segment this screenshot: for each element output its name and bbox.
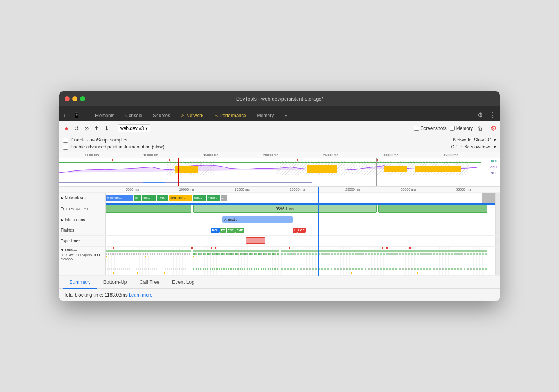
tab-elements[interactable]: Elements <box>90 111 120 121</box>
network-track[interactable]: ▶ Network ve... ff-persist... lo... coll… <box>59 193 500 203</box>
frame-block-3 <box>378 205 487 213</box>
download-button[interactable]: ⬇ <box>102 124 111 133</box>
timeline-cursor <box>178 158 179 186</box>
frame-block-2: 9596.1 ms <box>193 205 377 213</box>
task-marker-6 <box>382 247 383 249</box>
tab-call-tree[interactable]: Call Tree <box>133 276 166 289</box>
flame-1 <box>106 250 191 252</box>
svg-rect-5 <box>384 166 407 172</box>
net-label: NET <box>490 171 497 175</box>
tab-bottom-up[interactable]: Bottom-Up <box>97 276 133 289</box>
performance-warning-icon: ⚠ <box>214 113 218 118</box>
screenshots-checkbox[interactable] <box>414 126 419 131</box>
task-marker-3 <box>211 247 212 249</box>
tab-sources[interactable]: Sources <box>148 111 176 121</box>
flame-detail-1 <box>106 253 191 255</box>
inspector-icon[interactable]: ⬚ <box>62 112 70 119</box>
bottom-marker-3 <box>164 272 165 274</box>
flame-2 <box>193 250 279 252</box>
experience-scrollbar[interactable] <box>495 236 500 246</box>
enable-paint-checkbox[interactable] <box>63 145 68 150</box>
upload-button[interactable]: ⬆ <box>92 124 101 133</box>
interactions-track[interactable]: ▶ Interactions Animation <box>59 215 500 225</box>
task-yellow-1 <box>106 256 107 257</box>
timings-scrollbar[interactable] <box>495 225 500 235</box>
disable-js-checkbox[interactable] <box>63 138 68 143</box>
experience-content <box>106 236 495 246</box>
maximize-button[interactable] <box>80 96 85 101</box>
clear-button[interactable]: ⊘ <box>82 124 91 133</box>
tab-event-log[interactable]: Event Log <box>166 276 201 289</box>
timings-lcp-group: L LCP <box>293 228 306 233</box>
toolbar-right: Screenshots Memory 🗑 ⚙ <box>414 124 497 133</box>
more-options-icon[interactable]: ⋮ <box>487 111 497 119</box>
interactions-scrollbar[interactable] <box>495 215 500 225</box>
tab-summary[interactable]: Summary <box>63 276 97 289</box>
network-throttle-dropdown[interactable]: ▾ <box>494 137 496 143</box>
tab-network[interactable]: ⚠ Network <box>176 111 209 121</box>
experience-track[interactable]: Experience <box>59 236 500 247</box>
memory-checkbox[interactable] <box>450 126 455 131</box>
title-bar: DevTools - web.dev/persistent-storage/ <box>59 91 500 106</box>
main-thread-track[interactable]: ▼ Main — https://web.dev/persistent-stor… <box>59 247 500 276</box>
options-bar: Disable JavaScript samples Enable advanc… <box>59 135 500 152</box>
task-marker-7 <box>386 247 388 249</box>
tab-performance[interactable]: ⚠ Performance <box>209 111 252 121</box>
main-thread-label: ▼ Main — https://web.dev/persistent-stor… <box>59 247 106 275</box>
flame-detail-2 <box>193 253 279 255</box>
main-timeline: 5000 ms 10000 ms 15000 ms 20000 ms 25000… <box>59 187 500 276</box>
tab-divider <box>87 112 87 119</box>
tab-more[interactable]: » <box>279 111 293 121</box>
tab-memory[interactable]: Memory <box>252 111 279 121</box>
network-warning-icon: ⚠ <box>181 113 185 118</box>
experience-bar <box>246 237 265 244</box>
settings-icon[interactable]: ⚙ <box>476 111 484 119</box>
screenshots-checkbox-group: Screenshots <box>414 126 447 131</box>
main-thread-scrollbar[interactable] <box>495 247 500 275</box>
bottom-marker-4 <box>320 272 320 274</box>
task-marker-8 <box>409 247 411 249</box>
bottom-tabs: Summary Bottom-Up Call Tree Event Log <box>59 276 500 289</box>
close-button[interactable] <box>65 96 70 101</box>
device-mode-icon[interactable]: 📱 <box>72 112 82 119</box>
profile-dropdown-arrow: ▾ <box>145 126 148 131</box>
tab-console[interactable]: Console <box>120 111 148 121</box>
bottom-marker-2 <box>137 272 138 274</box>
net-item-1: lo... <box>134 195 141 201</box>
task-marker-5 <box>289 247 290 249</box>
lcp-badge: LCP <box>297 228 306 233</box>
frames-scrollbar[interactable] <box>495 203 500 215</box>
trash-button[interactable]: 🗑 <box>476 124 484 133</box>
capture-settings-button[interactable]: ⚙ <box>491 124 497 133</box>
net-item-4: ‹and...def... <box>169 195 192 201</box>
timings-track[interactable]: Timings DCL FP FCP FMP <box>59 225 500 236</box>
net-item-overflow <box>482 193 495 203</box>
flame-detail-3 <box>281 253 487 255</box>
enable-paint-row: Enable advanced paint instrumentation (s… <box>63 144 445 150</box>
svg-rect-6 <box>415 166 461 172</box>
frames-track[interactable]: Frames 99.8 ms 9596.1 ms <box>59 203 500 215</box>
record-button[interactable]: ● <box>62 124 71 133</box>
task-marker-4 <box>215 247 216 249</box>
cpu-throttle-dropdown[interactable]: ▾ <box>494 144 496 150</box>
timeline-container: 5000 ms 10000 ms 15000 ms 20000 ms 25000… <box>59 152 500 301</box>
fmp-badge: FMP <box>235 228 244 233</box>
experience-track-label: Experience <box>59 236 106 246</box>
bottom-marker-5 <box>351 272 352 274</box>
frames-content: 9596.1 ms <box>106 203 495 215</box>
tab-bar: ⬚ 📱 Elements Console Sources ⚠ Network ⚠… <box>59 106 500 121</box>
flame-3 <box>281 250 487 252</box>
overview-section[interactable]: 5000 ms 10000 ms 15000 ms 20000 ms 25000… <box>59 152 500 187</box>
overview-chart <box>59 158 500 186</box>
cpu-throttle-row: CPU: 6× slowdown ▾ <box>451 144 496 150</box>
profile-selector[interactable]: web.dev #3 ▾ <box>118 124 150 132</box>
flame-bottom-3 <box>281 268 487 270</box>
learn-more-link[interactable]: Learn more <box>129 292 152 298</box>
frames-track-label: Frames 99.8 ms <box>59 203 106 215</box>
minimize-button[interactable] <box>72 96 77 101</box>
bottom-marker-6 <box>417 272 418 274</box>
network-scrollbar[interactable] <box>495 193 500 203</box>
toolbar-divider <box>114 124 114 132</box>
reload-profile-button[interactable]: ↺ <box>72 124 81 133</box>
selection-overlay <box>59 158 377 186</box>
